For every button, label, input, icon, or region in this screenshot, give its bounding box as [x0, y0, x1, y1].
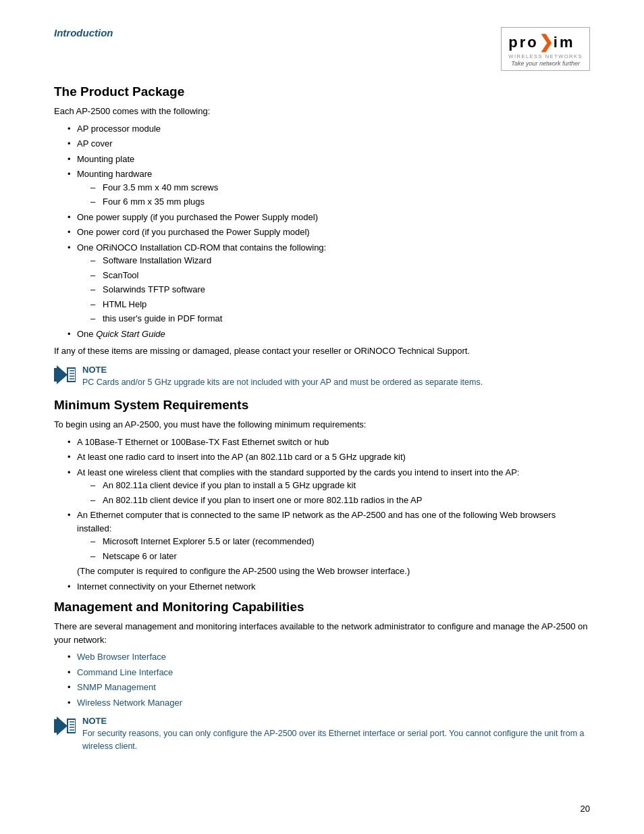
note-box-1: NOTE PC Cards and/or 5 GHz upgrade kits …	[54, 365, 590, 389]
logo-brand: pro ❯ im	[508, 32, 583, 53]
section-title: Introduction	[54, 27, 113, 38]
list-item: An 802.11a client device if you plan to …	[90, 479, 590, 492]
note-arrow-icon	[54, 365, 76, 384]
wireless-client-sublist: An 802.11a client device if you plan to …	[90, 479, 590, 506]
list-item: One power supply (if you purchased the P…	[68, 211, 590, 224]
quick-start-italic: Quick Start Guide	[96, 329, 165, 339]
list-item: One ORiNOCO Installation CD-ROM that con…	[68, 241, 590, 325]
list-item: One power cord (if you purchased the Pow…	[68, 226, 590, 239]
list-item: Four 3.5 mm x 40 mm screws	[90, 181, 590, 194]
list-item-snmp[interactable]: SNMP Management	[68, 681, 590, 694]
management-intro: There are several management and monitor…	[54, 620, 590, 646]
list-item-web-browser[interactable]: Web Browser Interface	[68, 650, 590, 664]
product-package-intro: Each AP-2500 comes with the following:	[54, 105, 590, 118]
note-content-2: NOTE For security reasons, you can only …	[82, 716, 590, 753]
logo-container: pro ❯ im WIRELESS NETWORKS Take your net…	[501, 27, 590, 71]
list-item: Mounting hardware Four 3.5 mm x 40 mm sc…	[68, 167, 590, 209]
list-item: An 802.11b client device if you plan to …	[90, 494, 590, 507]
management-links-list: Web Browser Interface Command Line Inter…	[68, 650, 590, 709]
browser-note: (The computer is required to configure t…	[77, 565, 590, 578]
product-package-heading: The Product Package	[54, 84, 590, 99]
note-label-2: NOTE	[82, 716, 590, 726]
mounting-hardware-sublist: Four 3.5 mm x 40 mm screws Four 6 mm x 3…	[90, 181, 590, 209]
list-item-wireless-manager[interactable]: Wireless Network Manager	[68, 696, 590, 710]
header-row: Introduction pro ❯ im WIRELESS NETWORKS …	[54, 27, 590, 71]
note-label-1: NOTE	[82, 365, 590, 375]
web-browser-interface-link[interactable]: Web Browser Interface	[77, 652, 166, 662]
management-heading: Management and Monitoring Capabilities	[54, 600, 590, 615]
svg-rect-7	[54, 719, 57, 733]
command-line-interface-link[interactable]: Command Line Interface	[77, 667, 173, 677]
list-item: A 10Base-T Ethernet or 100Base-TX Fast E…	[68, 436, 590, 449]
page: Introduction pro ❯ im WIRELESS NETWORKS …	[0, 0, 644, 834]
min-requirements-intro: To begin using an AP-2500, you must have…	[54, 418, 590, 432]
note-icon-2	[54, 716, 76, 735]
list-item: Internet connectivity on your Ethernet n…	[68, 580, 590, 594]
list-item: Four 6 mm x 35 mm plugs	[90, 195, 590, 209]
logo-tagline: Take your network further	[508, 60, 583, 67]
snmp-management-link[interactable]: SNMP Management	[77, 682, 156, 692]
list-item-cli[interactable]: Command Line Interface	[68, 666, 590, 679]
svg-rect-0	[54, 368, 57, 382]
logo-im: im	[554, 34, 575, 51]
logo-pro: pro	[508, 34, 538, 51]
wireless-network-manager-link[interactable]: Wireless Network Manager	[77, 698, 182, 708]
page-number: 20	[581, 804, 590, 814]
list-item: Software Installation Wizard	[90, 254, 590, 267]
list-item: HTML Help	[90, 298, 590, 311]
list-item: Solarwinds TFTP software	[90, 283, 590, 296]
list-item: this user's guide in PDF format	[90, 312, 590, 325]
note-text-1: PC Cards and/or 5 GHz upgrade kits are n…	[82, 376, 590, 389]
list-item: AP cover	[68, 137, 590, 151]
list-item: An Ethernet computer that is connected t…	[68, 509, 590, 578]
product-package-list: AP processor module AP cover Mounting pl…	[68, 122, 590, 341]
svg-marker-1	[57, 365, 68, 384]
list-item: ScanTool	[90, 269, 590, 282]
note-icon-1	[54, 365, 76, 384]
list-item: At least one wireless client that compli…	[68, 466, 590, 507]
list-item: Netscape 6 or later	[90, 550, 590, 563]
list-item: One Quick Start Guide	[68, 328, 590, 341]
logo-box: pro ❯ im WIRELESS NETWORKS Take your net…	[501, 27, 590, 71]
logo-wireless-label: WIRELESS NETWORKS	[508, 53, 583, 59]
note-arrow-icon-2	[54, 716, 76, 735]
logo-arrow: ❯	[539, 32, 554, 53]
cdrom-sublist: Software Installation Wizard ScanTool So…	[90, 254, 590, 325]
list-item: AP processor module	[68, 122, 590, 136]
note-content-1: NOTE PC Cards and/or 5 GHz upgrade kits …	[82, 365, 590, 389]
note-text-2: For security reasons, you can only confi…	[82, 727, 590, 753]
svg-marker-8	[57, 716, 68, 735]
note-box-2: NOTE For security reasons, you can only …	[54, 716, 590, 753]
svg-rect-9	[68, 719, 76, 733]
list-item: At least one radio card to insert into t…	[68, 450, 590, 464]
damaged-text: If any of these items are missing or dam…	[54, 344, 590, 358]
browsers-sublist: Microsoft Internet Explorer 5.5 or later…	[90, 535, 590, 563]
min-requirements-list: A 10Base-T Ethernet or 100Base-TX Fast E…	[68, 436, 590, 594]
min-requirements-heading: Minimum System Requirements	[54, 398, 590, 413]
svg-rect-2	[68, 368, 76, 382]
list-item: Microsoft Internet Explorer 5.5 or later…	[90, 535, 590, 548]
list-item: Mounting plate	[68, 153, 590, 166]
